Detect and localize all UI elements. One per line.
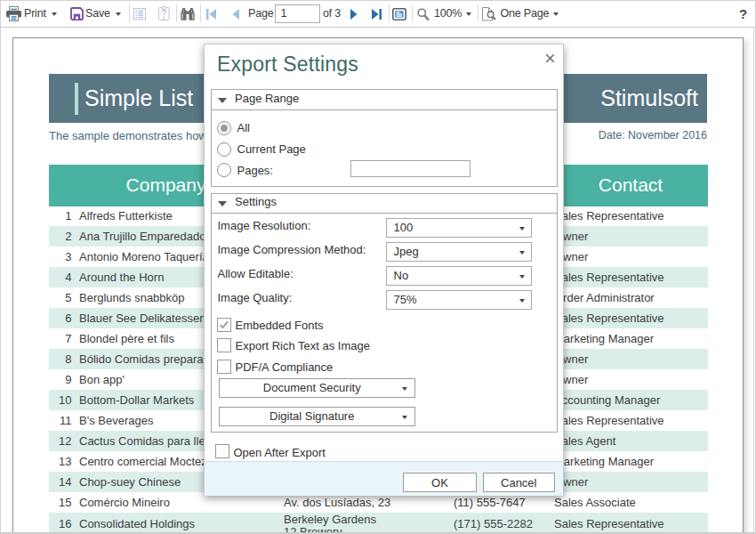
svg-text:?: ?: [161, 8, 166, 19]
